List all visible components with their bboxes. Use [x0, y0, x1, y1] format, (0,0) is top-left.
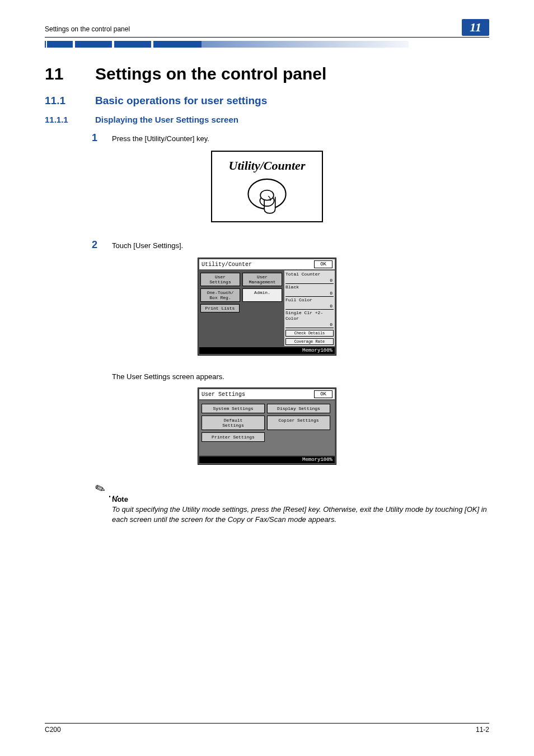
lcd2-default-settings-button: Default Settings — [202, 416, 265, 430]
step-1-text: Press the [Utility/Counter] key. — [112, 134, 209, 143]
lcd2-copier-settings-button: Copier Settings — [267, 416, 330, 430]
lcd2-memory-status: Memory100% — [199, 456, 335, 463]
lcd1-user-management-button: User Management — [242, 273, 282, 286]
key-press-icon — [236, 176, 298, 216]
h3-number: 11.1.1 — [45, 115, 95, 124]
lcd1-total-counter-label: Total Counter — [285, 272, 334, 277]
step-1-number: 1 — [92, 132, 112, 144]
lcd1-coverage-rate-button: Coverage Rate — [285, 338, 334, 345]
note-icon: ✎ — [93, 480, 107, 498]
lcd1-print-lists-button: Print Lists — [200, 304, 240, 312]
lcd1-admin-button: Admin. — [242, 288, 282, 302]
lcd1-black-value: 0 — [285, 291, 334, 297]
lcd1-memory-status: Memory100% — [199, 347, 335, 354]
utility-counter-key-figure: Utility/Counter — [211, 151, 324, 222]
note-text: To quit specifying the Utility mode sett… — [112, 505, 489, 524]
h2-title: Basic operations for user settings — [95, 95, 267, 107]
lcd-utility-counter-screen: Utility/Counter OK User Settings User Ma… — [198, 258, 336, 356]
step-2-text: Touch [User Settings]. — [112, 241, 183, 250]
h3-title: Displaying the User Settings screen — [95, 115, 238, 124]
result-text: The User Settings screen appears. — [112, 372, 489, 381]
lcd1-check-details-button: Check Details — [285, 330, 334, 337]
lcd1-black-label: Black — [285, 284, 334, 290]
lcd1-ok-button: OK — [314, 260, 332, 268]
svg-point-1 — [260, 190, 274, 200]
footer-model: C200 — [45, 726, 61, 734]
decorative-bar — [45, 41, 489, 48]
lcd1-single-clr-label: Single Clr +2-Color — [285, 310, 334, 321]
lcd1-one-touch-button: One-Touch/ Box Reg. — [200, 288, 240, 302]
lcd2-title: User Settings — [202, 391, 245, 398]
lcd-user-settings-screen: User Settings OK System Settings Display… — [198, 388, 336, 465]
running-header: Settings on the control panel — [45, 25, 130, 33]
step-2-number: 2 — [92, 239, 112, 251]
lcd1-title: Utility/Counter — [202, 262, 252, 268]
footer-page-number: 11-2 — [476, 726, 489, 734]
note-label: Note — [112, 495, 489, 503]
lcd1-user-settings-button: User Settings — [200, 273, 240, 286]
lcd2-ok-button: OK — [314, 390, 332, 398]
lcd1-total-value: 0 — [285, 278, 334, 284]
h1-number: 11 — [45, 64, 95, 83]
lcd2-printer-settings-button: Printer Settings — [202, 432, 265, 442]
lcd1-full-color-value: 0 — [285, 304, 334, 310]
lcd1-full-color-label: Full Color — [285, 297, 334, 303]
lcd2-system-settings-button: System Settings — [202, 404, 265, 413]
lcd1-single-clr-value: 0 — [285, 322, 334, 328]
lcd2-display-settings-button: Display Settings — [267, 404, 330, 413]
h2-number: 11.1 — [45, 95, 95, 107]
utility-counter-label: Utility/Counter — [229, 158, 306, 173]
h1-title: Settings on the control panel — [95, 64, 326, 83]
chapter-number-tab: 11 — [462, 19, 489, 36]
